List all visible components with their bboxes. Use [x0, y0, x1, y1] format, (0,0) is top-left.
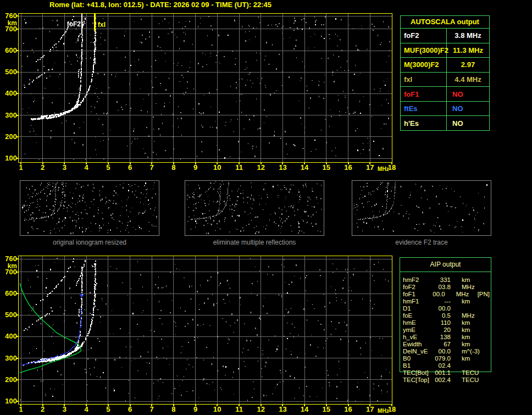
x-tick-mark	[42, 163, 43, 164]
aip-unit: MHz	[462, 284, 485, 291]
x-tick-label: 3	[58, 164, 71, 171]
autoscala-row-value: 2.97	[447, 58, 489, 72]
x-tick-mark	[304, 405, 305, 406]
x-tick-mark	[151, 163, 152, 164]
station-title: Rome (lat: +41.8, lon: 012.5) - DATE: 20…	[49, 1, 271, 9]
y-tick-label: 300	[0, 355, 17, 362]
x-tick-label: 17	[363, 164, 376, 171]
y-tick-label: 100	[0, 154, 17, 162]
y-tick-mark	[16, 314, 18, 316]
aip-unit: TECU	[462, 377, 485, 384]
x-tick-mark	[195, 405, 196, 406]
y-tick-mark	[16, 401, 18, 402]
thumbnail-cleaned-caption: eliminate multiple reflections	[185, 239, 324, 246]
autoscala-row-label: ftEs	[401, 102, 447, 116]
aip-row: DelN_vE00.0m^(-3)	[403, 348, 490, 355]
autoscala-row: M(3000)F22.97	[401, 58, 489, 73]
thumbnail-f2trace-frame	[352, 180, 491, 236]
autoscala-row: ftEsNO	[401, 102, 489, 117]
x-tick-mark	[369, 163, 370, 164]
aip-row: Ewidth67km	[403, 341, 490, 348]
x-tick-mark	[261, 163, 262, 164]
ionogram-top-frame	[18, 13, 392, 163]
y-axis-unit-label: km	[0, 263, 17, 270]
x-tick-mark	[217, 405, 218, 406]
x-axis-unit-label: MHz	[378, 166, 389, 172]
aip-row: TEC[Bot]001.1TECU	[403, 369, 490, 377]
autoscala-row-value: 11.3 MHz	[447, 43, 489, 58]
x-tick-label: 6	[124, 406, 137, 413]
x-tick-label: 11	[232, 164, 246, 171]
aip-row: foE0.5MHz	[403, 312, 490, 319]
thumbnail-original-frame	[20, 180, 159, 236]
fxi-marker-label: fxI	[98, 21, 106, 28]
x-tick-label: 11	[232, 406, 246, 413]
ionogram-top-canvas	[19, 14, 392, 162]
thumbnail-cleaned-canvas	[185, 181, 324, 235]
y-tick-mark	[16, 15, 18, 16]
x-tick-label: 17	[363, 406, 376, 413]
y-axis-unit-label: km	[0, 20, 17, 27]
y-tick-label: 600	[0, 47, 17, 54]
y-tick-label: 400	[0, 333, 17, 340]
aip-unit: km	[462, 334, 485, 341]
x-tick-mark	[391, 163, 392, 164]
y-tick-label: 760	[0, 12, 17, 19]
aip-label: hmF2	[403, 276, 434, 284]
x-tick-mark	[239, 405, 240, 406]
x-tick-label: 2	[36, 164, 49, 171]
autoscala-row-value: NO	[447, 102, 489, 116]
autoscala-row-value: 4.4 MHz	[447, 73, 489, 87]
x-tick-label: 12	[254, 164, 268, 171]
x-tick-label: 4	[80, 406, 93, 413]
x-tick-mark	[348, 163, 349, 164]
aip-label: hmE	[403, 319, 434, 327]
x-tick-label: 6	[124, 164, 137, 171]
x-tick-label: 10	[210, 164, 224, 171]
x-tick-mark	[217, 163, 218, 164]
autoscala-screen: Rome (lat: +41.8, lon: 012.5) - DATE: 20…	[0, 0, 532, 415]
aip-label: B1	[403, 362, 434, 369]
x-tick-mark	[108, 405, 109, 406]
x-tick-label: 7	[145, 164, 158, 171]
aip-unit: TECU	[462, 369, 485, 377]
aip-unit: km	[462, 319, 485, 327]
x-tick-label: 10	[210, 406, 224, 413]
aip-row: B102.4	[403, 362, 490, 369]
autoscala-row: foF23.8 MHz	[401, 29, 489, 43]
autoscala-row: MUF(3000)F211.3 MHz	[401, 43, 489, 58]
aip-table-title: AIP output	[400, 258, 491, 272]
x-tick-label: 5	[102, 164, 115, 171]
x-tick-mark	[20, 405, 21, 406]
aip-row: foF100.0MHz[PN]	[403, 291, 490, 298]
y-tick-label: 500	[0, 68, 17, 75]
x-tick-label: 8	[167, 164, 180, 171]
aip-unit	[462, 305, 485, 312]
aip-value: 001.1	[434, 369, 451, 377]
x-tick-label: 14	[298, 164, 311, 171]
aip-value: 03.8	[434, 284, 451, 291]
x-tick-label: 2	[36, 406, 49, 413]
aip-unit: MHz	[456, 291, 476, 298]
autoscala-output-table: AUTOSCALA output foF23.8 MHzMUF(3000)F21…	[400, 15, 490, 131]
thumbnail-original-canvas	[20, 181, 159, 235]
x-tick-mark	[282, 405, 283, 406]
aip-row: B0079.0km	[403, 355, 490, 362]
x-tick-label: 13	[276, 406, 289, 413]
x-tick-mark	[86, 163, 87, 164]
y-tick-mark	[16, 71, 18, 73]
x-tick-mark	[369, 405, 370, 406]
aip-value: 00.0	[430, 291, 445, 298]
aip-label: D1	[403, 305, 434, 312]
x-tick-mark	[42, 405, 43, 406]
aip-label: TEC[Bot]	[403, 369, 434, 377]
aip-unit: km	[462, 355, 485, 362]
y-tick-mark	[16, 293, 18, 294]
y-tick-label: 200	[0, 376, 17, 383]
y-tick-mark	[16, 258, 18, 259]
autoscala-row: fxI4.4 MHz	[401, 73, 489, 87]
autoscala-row-label: M(3000)F2	[401, 58, 447, 72]
aip-label: foE	[403, 312, 434, 319]
autoscala-row-label: fxI	[401, 73, 447, 87]
y-tick-mark	[16, 115, 18, 116]
